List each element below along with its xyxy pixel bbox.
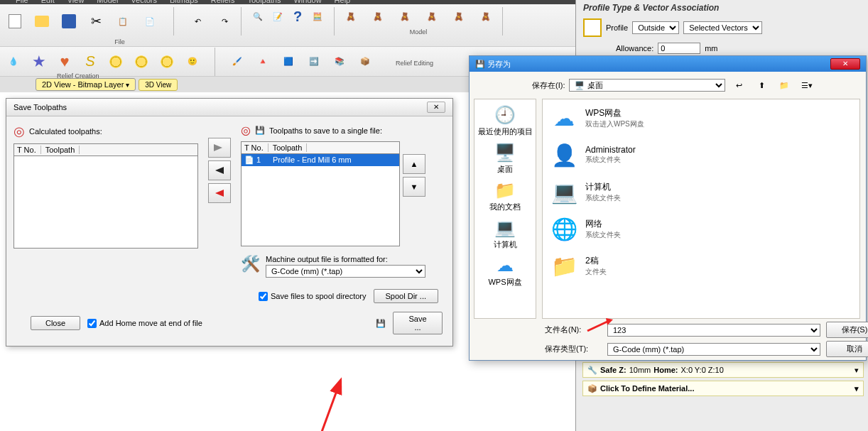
save-toolpath-icon: ◎ [241,124,251,137]
svg-marker-0 [214,144,222,151]
save-button[interactable]: Save ... [393,312,443,334]
places-bar: 🕘最近使用的项目 🖥️桌面 📁我的文档 💻计算机 ☁WPS网盘 [474,99,536,319]
new-folder-icon[interactable]: 📁 [775,76,793,94]
move-right-button[interactable] [208,138,231,158]
face-icon[interactable]: 🙂 [183,53,202,71]
folder-icon: 📁 [550,251,578,280]
calculated-list[interactable] [13,156,198,249]
triangle-icon[interactable]: 🔺 [254,53,272,71]
calc-toolpath-icon: ◎ [13,124,25,139]
vector-assoc-select[interactable]: Selected Vectors [683,21,762,34]
list-item[interactable]: ☁ WPS网盘双击进入WPS网盘 [543,99,859,136]
copy-icon[interactable]: 📋 [114,12,132,31]
safez-icon: 🔧 [587,366,597,375]
profile-label: Profile [606,23,628,32]
relief-creation-label: Relief Creation [57,72,99,80]
format-label: Machine output file is formatted for: [266,255,425,263]
green-arrow-icon[interactable]: ➡️ [305,53,323,71]
zoom-icon[interactable]: 🔍 [249,7,267,26]
home-checkbox[interactable]: Add Home move at end of file [87,319,202,328]
tab-2d-view[interactable]: 2D View - Bitmap Layer ▾ [36,78,136,91]
define-material-bar[interactable]: 📦 Click To Define Material... ▾ [582,381,864,396]
list-item[interactable]: 📄 1 Profile - End Mill 6 mm [242,154,399,166]
savein-select[interactable]: 🖥️ 桌面 [569,79,725,92]
teddy-gear-icon[interactable]: 🧸 [396,7,414,26]
move-up-button[interactable]: ▲ [403,154,425,174]
close-icon[interactable]: ✕ [427,102,445,113]
view-menu-icon[interactable]: ☰▾ [798,76,816,94]
save-toolpaths-dialog: Save Toolpaths ✕ ◎ Calculated toolpaths:… [6,98,453,347]
open-icon[interactable] [33,12,51,31]
expand-icon[interactable]: ▾ [855,366,859,375]
save-label: Toolpaths to save to a single file: [269,126,382,135]
help-icon[interactable]: ? [288,7,307,26]
move-down-button[interactable]: ▼ [403,177,425,197]
tab-3d-view[interactable]: 3D View [139,79,178,91]
svg-marker-2 [215,190,224,197]
weave2-icon[interactable] [132,53,151,71]
notes-icon[interactable]: 📝 [268,7,287,26]
file-list[interactable]: ☁ WPS网盘双击进入WPS网盘 👤 Administrator系统文件夹 💻 … [542,99,860,319]
save-as-dialog: 💾 另存为 ✕ 保存在(I): 🖥️ 桌面 ↩ ⬆ 📁 ☰▾ 🕘最近使用的项目 … [469,55,867,361]
allowance-input[interactable] [658,43,700,54]
cut-icon[interactable]: ✂ [87,12,105,31]
up-icon[interactable]: ⬆ [752,76,771,94]
left-list-header: T No.Toolpath [13,143,198,156]
filetype-label: 保存类型(T): [545,344,602,354]
weave1-icon[interactable] [107,53,125,71]
place-computer[interactable]: 💻计算机 [494,218,517,250]
profile-side-select[interactable]: Outside [632,21,679,34]
format-select[interactable]: G-Code (mm) (*.tap) [266,265,425,278]
redo-icon[interactable]: ↷ [215,12,234,31]
teddy5-icon[interactable]: 🧸 [450,7,468,26]
drop-icon[interactable]: 💧 [4,53,23,71]
panel-title: Profile Type & Vector Association [576,0,868,16]
calc-icon[interactable]: 🧮 [308,7,327,26]
close-icon[interactable]: ✕ [830,58,860,70]
s-icon[interactable]: S [81,53,99,71]
star-icon[interactable]: ★ [30,53,48,71]
teddy2-icon[interactable]: 🧸 [369,7,387,26]
move-left-button[interactable] [208,160,231,180]
list-item[interactable]: 🌐 网络系统文件夹 [543,210,859,247]
paste-icon[interactable]: 📄 [141,12,159,31]
filename-input[interactable]: 123 [607,324,820,337]
remove-left-button[interactable] [208,183,231,203]
save-list[interactable]: 📄 1 Profile - End Mill 6 mm [241,154,400,246]
new-icon[interactable] [6,12,24,31]
brush-icon[interactable]: 🖌️ [228,53,246,71]
savein-label: 保存在(I): [532,80,565,91]
close-button[interactable]: Close [31,316,80,330]
save-button[interactable]: 保存(S) [826,322,868,338]
group-file-label: File [114,38,125,45]
profile-type-icon[interactable] [583,18,602,37]
place-recent[interactable]: 🕘最近使用的项目 [478,105,533,137]
calc-label: Calculated toolpaths: [29,127,102,136]
place-desktop[interactable]: 🖥️桌面 [494,143,516,175]
list-item[interactable]: 👤 Administrator系统文件夹 [543,136,859,173]
cube-icon[interactable]: 📦 [356,53,374,71]
heart-icon[interactable]: ♥ [55,53,74,71]
safe-z-bar[interactable]: 🔧 Safe Z: 10mm Home: X:0 Y:0 Z:10 ▾ [582,362,864,378]
dialog-title: Save Toolpaths [13,103,67,111]
filetype-select[interactable]: G-Code (mm) (*.tap) [607,343,820,356]
cancel-button[interactable]: 取消 [826,341,868,357]
disk-icon: 💾 [255,126,265,135]
teddy4-icon[interactable]: 🧸 [423,7,441,26]
spool-dir-button[interactable]: Spool Dir ... [374,289,438,303]
undo-icon[interactable]: ↶ [188,12,207,31]
blue-block-icon[interactable]: 🟦 [279,53,298,71]
teddy1-icon[interactable]: 🧸 [342,7,360,26]
expand-icon[interactable]: ▾ [855,384,859,393]
spool-checkbox[interactable]: Save files to spool directory [259,292,367,301]
place-wps[interactable]: ☁WPS网盘 [488,256,521,288]
save-icon[interactable] [60,12,78,31]
list-item[interactable]: 📁 2稿文件夹 [543,247,859,284]
list-item[interactable]: 💻 计算机系统文件夹 [543,173,859,210]
network-icon: 🌐 [550,214,578,243]
back-icon[interactable]: ↩ [729,76,748,94]
weave3-icon[interactable] [158,53,176,71]
layers-icon[interactable]: 📚 [330,53,349,71]
place-documents[interactable]: 📁我的文档 [489,180,521,212]
teddy6-icon[interactable]: 🧸 [477,7,495,26]
